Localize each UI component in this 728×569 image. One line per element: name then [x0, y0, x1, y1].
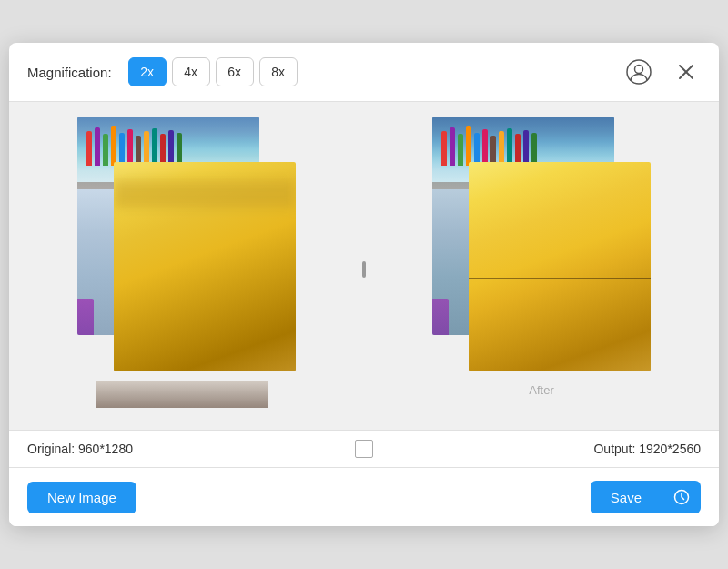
enhanced-line — [469, 278, 651, 279]
save-button[interactable]: Save — [591, 481, 662, 513]
yellow-blur-original — [114, 162, 296, 371]
info-bar: Original: 960*1280 Output: 1920*2560 — [9, 430, 719, 467]
mag-btn-2x[interactable]: 2x — [128, 57, 167, 86]
original-info: Original: 960*1280 — [27, 442, 355, 456]
mag-btn-4x[interactable]: 4x — [172, 57, 210, 86]
user-icon — [626, 59, 652, 85]
original-pane — [9, 117, 364, 422]
info-divider-icon — [355, 440, 373, 458]
output-image-stack — [432, 117, 651, 408]
mag-btn-8x[interactable]: 8x — [259, 57, 298, 86]
original-front-image — [114, 162, 296, 371]
save-group: Save — [591, 481, 701, 513]
compare-divider-icon — [362, 261, 366, 278]
main-dialog: Magnification: 2x 4x 6x 8x — [9, 43, 719, 526]
magnification-label: Magnification: — [27, 65, 112, 80]
glasses-bottom — [96, 381, 268, 408]
footer: New Image Save — [9, 467, 719, 526]
close-icon — [677, 63, 695, 81]
original-image-stack — [77, 117, 296, 408]
output-info: Output: 1920*2560 — [373, 442, 701, 456]
purple-side-element — [77, 299, 94, 335]
new-image-button[interactable]: New Image — [27, 482, 136, 513]
clock-icon — [673, 489, 690, 505]
bottles-enhanced — [441, 120, 605, 166]
close-button[interactable] — [672, 57, 701, 86]
svg-point-1 — [635, 66, 643, 74]
magnification-buttons: 2x 4x 6x 8x — [128, 57, 298, 86]
yellow-blur-enhanced — [469, 162, 651, 371]
header: Magnification: 2x 4x 6x 8x — [9, 43, 719, 102]
output-pane: After — [364, 117, 719, 422]
image-comparison-area: After — [9, 102, 719, 430]
output-front-image — [469, 162, 651, 371]
user-icon-button[interactable] — [622, 56, 655, 88]
mag-btn-6x[interactable]: 6x — [216, 57, 254, 86]
purple-side-enhanced — [432, 299, 449, 335]
bottles-decoration — [86, 120, 250, 166]
save-history-button[interactable] — [662, 481, 701, 513]
